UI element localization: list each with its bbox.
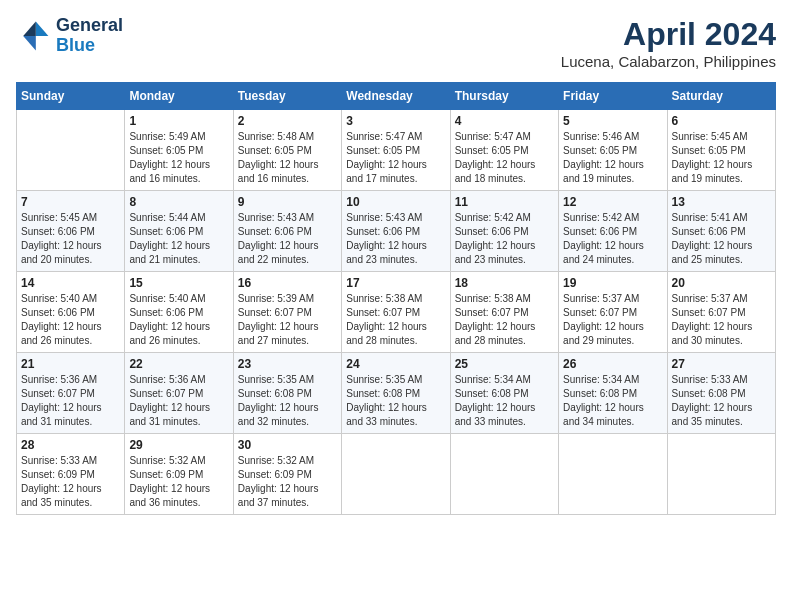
day-number: 3 bbox=[346, 114, 445, 128]
day-number: 25 bbox=[455, 357, 554, 371]
svg-marker-1 bbox=[23, 21, 36, 35]
day-info: Sunrise: 5:46 AM Sunset: 6:05 PM Dayligh… bbox=[563, 130, 662, 186]
day-number: 22 bbox=[129, 357, 228, 371]
day-info: Sunrise: 5:37 AM Sunset: 6:07 PM Dayligh… bbox=[672, 292, 771, 348]
header-day-sunday: Sunday bbox=[17, 83, 125, 110]
calendar-cell: 23Sunrise: 5:35 AM Sunset: 6:08 PM Dayli… bbox=[233, 353, 341, 434]
calendar-cell bbox=[667, 434, 775, 515]
calendar-cell: 29Sunrise: 5:32 AM Sunset: 6:09 PM Dayli… bbox=[125, 434, 233, 515]
day-info: Sunrise: 5:47 AM Sunset: 6:05 PM Dayligh… bbox=[455, 130, 554, 186]
day-number: 30 bbox=[238, 438, 337, 452]
title-block: April 2024 Lucena, Calabarzon, Philippin… bbox=[561, 16, 776, 70]
day-info: Sunrise: 5:41 AM Sunset: 6:06 PM Dayligh… bbox=[672, 211, 771, 267]
day-info: Sunrise: 5:42 AM Sunset: 6:06 PM Dayligh… bbox=[563, 211, 662, 267]
day-number: 12 bbox=[563, 195, 662, 209]
calendar-week-row: 1Sunrise: 5:49 AM Sunset: 6:05 PM Daylig… bbox=[17, 110, 776, 191]
header-day-monday: Monday bbox=[125, 83, 233, 110]
calendar-cell: 24Sunrise: 5:35 AM Sunset: 6:08 PM Dayli… bbox=[342, 353, 450, 434]
day-info: Sunrise: 5:32 AM Sunset: 6:09 PM Dayligh… bbox=[238, 454, 337, 510]
day-number: 27 bbox=[672, 357, 771, 371]
day-info: Sunrise: 5:34 AM Sunset: 6:08 PM Dayligh… bbox=[455, 373, 554, 429]
day-number: 28 bbox=[21, 438, 120, 452]
calendar-cell: 21Sunrise: 5:36 AM Sunset: 6:07 PM Dayli… bbox=[17, 353, 125, 434]
logo-icon bbox=[16, 18, 52, 54]
day-info: Sunrise: 5:43 AM Sunset: 6:06 PM Dayligh… bbox=[238, 211, 337, 267]
calendar-cell bbox=[17, 110, 125, 191]
day-number: 29 bbox=[129, 438, 228, 452]
day-info: Sunrise: 5:33 AM Sunset: 6:09 PM Dayligh… bbox=[21, 454, 120, 510]
calendar-cell: 1Sunrise: 5:49 AM Sunset: 6:05 PM Daylig… bbox=[125, 110, 233, 191]
day-number: 14 bbox=[21, 276, 120, 290]
day-info: Sunrise: 5:40 AM Sunset: 6:06 PM Dayligh… bbox=[21, 292, 120, 348]
day-info: Sunrise: 5:43 AM Sunset: 6:06 PM Dayligh… bbox=[346, 211, 445, 267]
day-info: Sunrise: 5:39 AM Sunset: 6:07 PM Dayligh… bbox=[238, 292, 337, 348]
calendar-week-row: 21Sunrise: 5:36 AM Sunset: 6:07 PM Dayli… bbox=[17, 353, 776, 434]
calendar-week-row: 28Sunrise: 5:33 AM Sunset: 6:09 PM Dayli… bbox=[17, 434, 776, 515]
header-day-friday: Friday bbox=[559, 83, 667, 110]
header-day-wednesday: Wednesday bbox=[342, 83, 450, 110]
header-day-saturday: Saturday bbox=[667, 83, 775, 110]
day-number: 8 bbox=[129, 195, 228, 209]
calendar-cell: 30Sunrise: 5:32 AM Sunset: 6:09 PM Dayli… bbox=[233, 434, 341, 515]
calendar-cell: 6Sunrise: 5:45 AM Sunset: 6:05 PM Daylig… bbox=[667, 110, 775, 191]
day-number: 19 bbox=[563, 276, 662, 290]
day-number: 21 bbox=[21, 357, 120, 371]
calendar-title: April 2024 bbox=[561, 16, 776, 53]
header-day-thursday: Thursday bbox=[450, 83, 558, 110]
calendar-cell bbox=[559, 434, 667, 515]
calendar-cell: 7Sunrise: 5:45 AM Sunset: 6:06 PM Daylig… bbox=[17, 191, 125, 272]
day-info: Sunrise: 5:47 AM Sunset: 6:05 PM Dayligh… bbox=[346, 130, 445, 186]
calendar-cell: 12Sunrise: 5:42 AM Sunset: 6:06 PM Dayli… bbox=[559, 191, 667, 272]
day-info: Sunrise: 5:42 AM Sunset: 6:06 PM Dayligh… bbox=[455, 211, 554, 267]
day-number: 5 bbox=[563, 114, 662, 128]
calendar-cell: 5Sunrise: 5:46 AM Sunset: 6:05 PM Daylig… bbox=[559, 110, 667, 191]
day-number: 20 bbox=[672, 276, 771, 290]
calendar-cell: 25Sunrise: 5:34 AM Sunset: 6:08 PM Dayli… bbox=[450, 353, 558, 434]
day-number: 4 bbox=[455, 114, 554, 128]
day-info: Sunrise: 5:38 AM Sunset: 6:07 PM Dayligh… bbox=[346, 292, 445, 348]
calendar-table: SundayMondayTuesdayWednesdayThursdayFrid… bbox=[16, 82, 776, 515]
calendar-cell: 14Sunrise: 5:40 AM Sunset: 6:06 PM Dayli… bbox=[17, 272, 125, 353]
day-number: 26 bbox=[563, 357, 662, 371]
day-info: Sunrise: 5:36 AM Sunset: 6:07 PM Dayligh… bbox=[21, 373, 120, 429]
day-info: Sunrise: 5:35 AM Sunset: 6:08 PM Dayligh… bbox=[346, 373, 445, 429]
calendar-cell: 17Sunrise: 5:38 AM Sunset: 6:07 PM Dayli… bbox=[342, 272, 450, 353]
day-number: 17 bbox=[346, 276, 445, 290]
calendar-cell bbox=[450, 434, 558, 515]
calendar-week-row: 7Sunrise: 5:45 AM Sunset: 6:06 PM Daylig… bbox=[17, 191, 776, 272]
logo-text-blue: Blue bbox=[56, 36, 123, 56]
logo: General Blue bbox=[16, 16, 123, 56]
day-number: 24 bbox=[346, 357, 445, 371]
day-info: Sunrise: 5:45 AM Sunset: 6:05 PM Dayligh… bbox=[672, 130, 771, 186]
calendar-cell: 11Sunrise: 5:42 AM Sunset: 6:06 PM Dayli… bbox=[450, 191, 558, 272]
calendar-cell: 4Sunrise: 5:47 AM Sunset: 6:05 PM Daylig… bbox=[450, 110, 558, 191]
calendar-subtitle: Lucena, Calabarzon, Philippines bbox=[561, 53, 776, 70]
day-number: 2 bbox=[238, 114, 337, 128]
calendar-cell: 22Sunrise: 5:36 AM Sunset: 6:07 PM Dayli… bbox=[125, 353, 233, 434]
page-header: General Blue April 2024 Lucena, Calabarz… bbox=[16, 16, 776, 70]
header-day-tuesday: Tuesday bbox=[233, 83, 341, 110]
calendar-cell: 9Sunrise: 5:43 AM Sunset: 6:06 PM Daylig… bbox=[233, 191, 341, 272]
day-info: Sunrise: 5:44 AM Sunset: 6:06 PM Dayligh… bbox=[129, 211, 228, 267]
day-number: 18 bbox=[455, 276, 554, 290]
calendar-cell: 3Sunrise: 5:47 AM Sunset: 6:05 PM Daylig… bbox=[342, 110, 450, 191]
calendar-cell: 20Sunrise: 5:37 AM Sunset: 6:07 PM Dayli… bbox=[667, 272, 775, 353]
calendar-cell: 18Sunrise: 5:38 AM Sunset: 6:07 PM Dayli… bbox=[450, 272, 558, 353]
calendar-cell: 10Sunrise: 5:43 AM Sunset: 6:06 PM Dayli… bbox=[342, 191, 450, 272]
day-number: 10 bbox=[346, 195, 445, 209]
day-number: 6 bbox=[672, 114, 771, 128]
calendar-cell: 26Sunrise: 5:34 AM Sunset: 6:08 PM Dayli… bbox=[559, 353, 667, 434]
day-info: Sunrise: 5:38 AM Sunset: 6:07 PM Dayligh… bbox=[455, 292, 554, 348]
day-info: Sunrise: 5:35 AM Sunset: 6:08 PM Dayligh… bbox=[238, 373, 337, 429]
calendar-cell: 8Sunrise: 5:44 AM Sunset: 6:06 PM Daylig… bbox=[125, 191, 233, 272]
day-number: 23 bbox=[238, 357, 337, 371]
day-info: Sunrise: 5:33 AM Sunset: 6:08 PM Dayligh… bbox=[672, 373, 771, 429]
calendar-header-row: SundayMondayTuesdayWednesdayThursdayFrid… bbox=[17, 83, 776, 110]
day-info: Sunrise: 5:32 AM Sunset: 6:09 PM Dayligh… bbox=[129, 454, 228, 510]
day-number: 1 bbox=[129, 114, 228, 128]
day-number: 9 bbox=[238, 195, 337, 209]
calendar-cell: 15Sunrise: 5:40 AM Sunset: 6:06 PM Dayli… bbox=[125, 272, 233, 353]
day-info: Sunrise: 5:40 AM Sunset: 6:06 PM Dayligh… bbox=[129, 292, 228, 348]
calendar-cell: 13Sunrise: 5:41 AM Sunset: 6:06 PM Dayli… bbox=[667, 191, 775, 272]
day-info: Sunrise: 5:37 AM Sunset: 6:07 PM Dayligh… bbox=[563, 292, 662, 348]
